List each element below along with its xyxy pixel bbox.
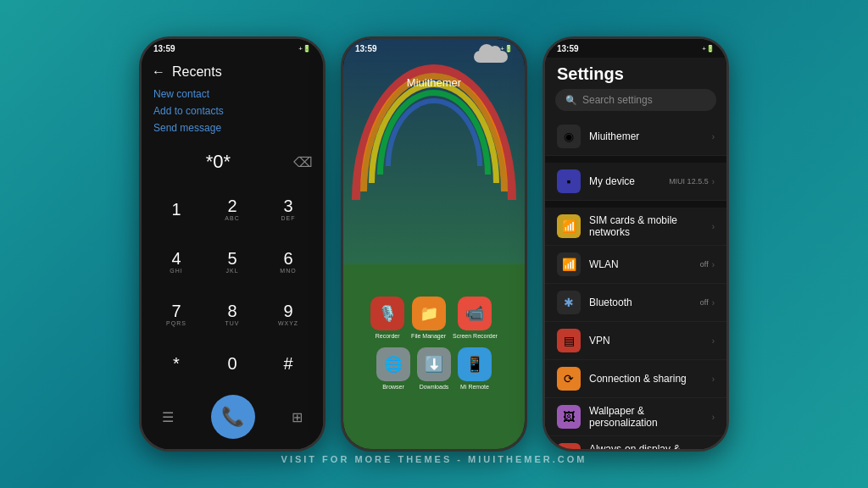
phone2-time: 13:59 [355, 44, 377, 53]
wlan-title: WLAN [589, 258, 692, 270]
call-button[interactable]: 📞 [211, 395, 255, 439]
delete-icon[interactable]: ⌫ [293, 154, 313, 170]
dialer-keypad: 1 2ABC 3DEF 4GHI 5JKL 6MNO 7PQRS 8TUV 9W… [142, 180, 323, 390]
miuithemer-icon: ◉ [557, 125, 581, 148]
new-contact-link[interactable]: New contact [153, 88, 311, 100]
phone-settings: 13:59 +🔋 Settings 🔍 Search settings ◉ Mi [542, 36, 729, 452]
phone3-status-icons: +🔋 [702, 45, 715, 53]
connection-title: Connection & sharing [589, 373, 704, 385]
back-icon[interactable]: ← [152, 64, 165, 80]
vpn-icon: ▤ [557, 329, 581, 352]
phone2-battery-icon: +🔋 [500, 45, 513, 53]
phones-container: 13:59 +🔋 ← Recents New contact Add to co… [139, 36, 729, 452]
settings-item-lockscreen[interactable]: 🔒 Always-on display & Lock screen › [545, 436, 726, 449]
settings-item-vpn[interactable]: ▤ VPN › [545, 322, 726, 360]
chevron-icon: › [712, 132, 715, 141]
chevron-icon-8: › [712, 413, 715, 422]
settings-item-mydevice[interactable]: ▪ My device MIUI 12.5.5 › [545, 163, 726, 201]
key-7[interactable]: 7PQRS [148, 288, 204, 341]
recorder-icon: 🎙️ [370, 297, 404, 330]
settings-item-wallpaper[interactable]: 🖼 Wallpaper & personalization › [545, 398, 726, 436]
settings-item-bluetooth[interactable]: ✱ Bluetooth off › [545, 284, 726, 322]
phone3-status-bar: 13:59 +🔋 [545, 39, 726, 58]
key-5[interactable]: 5JKL [204, 236, 260, 288]
connection-text: Connection & sharing [589, 373, 704, 385]
settings-item-miuithemer[interactable]: ◉ Miuithemer › [545, 118, 726, 156]
phone2-status-bar: 13:59 +🔋 [343, 39, 525, 58]
phone1-content: ← Recents New contact Add to contacts Se… [142, 58, 323, 449]
key-6[interactable]: 6MNO [260, 236, 316, 288]
mydevice-text: My device [589, 175, 660, 187]
screen-recorder-icon: 📹 [458, 297, 492, 330]
add-contact-link[interactable]: Add to contacts [153, 105, 311, 117]
mi-remote-icon: 📱 [458, 347, 492, 381]
mi-remote-label: Mi Remote [460, 384, 489, 390]
lockscreen-text: Always-on display & Lock screen [589, 443, 704, 449]
phone1-screen: 13:59 +🔋 ← Recents New contact Add to co… [142, 39, 323, 449]
settings-title: Settings [545, 58, 726, 89]
search-placeholder: Search settings [582, 94, 653, 106]
settings-item-wlan[interactable]: 📶 WLAN off › [545, 246, 726, 284]
key-8[interactable]: 8TUV [204, 288, 260, 341]
phone3-screen: 13:59 +🔋 Settings 🔍 Search settings ◉ Mi [545, 39, 726, 449]
dialer-bottom: ☰ 📞 ⊞ [142, 390, 323, 449]
phone2-screen: 13:59 +🔋 Miuithemer [343, 39, 525, 449]
sim-title: SIM cards & mobile networks [589, 214, 704, 238]
dialpad-icon[interactable]: ☰ [162, 409, 174, 425]
connection-right: › [712, 374, 715, 384]
key-2[interactable]: 2ABC [204, 183, 260, 236]
settings-list: ◉ Miuithemer › ▪ My device [545, 118, 726, 449]
app-downloads[interactable]: ⬇️ Downloads [417, 347, 451, 390]
settings-item-connection[interactable]: ⟳ Connection & sharing › [545, 360, 726, 398]
grid-icon[interactable]: ⊞ [292, 409, 303, 425]
bluetooth-text: Bluetooth [589, 297, 692, 308]
watermark: VISIT FOR MORE THEMES - MIUITHEMER.COM [281, 454, 587, 464]
sim-icon: 📶 [557, 214, 581, 238]
home-apps-row1: 🎙️ Recorder 📁 File Manager 📹 Screen Reco… [343, 297, 525, 339]
connection-icon: ⟳ [557, 367, 581, 391]
key-0[interactable]: 0 [204, 341, 260, 386]
vpn-text: VPN [589, 335, 704, 347]
chevron-icon-5: › [712, 298, 715, 308]
separator-2 [545, 201, 726, 208]
key-star[interactable]: * [148, 341, 204, 386]
key-hash[interactable]: # [260, 341, 316, 386]
mydevice-icon: ▪ [557, 169, 581, 193]
sim-text: SIM cards & mobile networks [589, 214, 704, 238]
chevron-icon-3: › [712, 222, 715, 231]
dialer-number-row: *0* ⌫ [142, 139, 323, 180]
key-3[interactable]: 3DEF [260, 183, 316, 236]
key-1[interactable]: 1 [148, 183, 204, 236]
phone1-status-bar: 13:59 +🔋 [142, 39, 323, 58]
screen-recorder-label: Screen Recorder [453, 333, 498, 339]
send-message-link[interactable]: Send message [153, 122, 311, 134]
miuithemer-title: Miuithemer [589, 130, 704, 142]
mydevice-title: My device [589, 175, 660, 187]
app-file-manager[interactable]: 📁 File Manager [411, 297, 446, 339]
app-browser[interactable]: 🌐 Browser [376, 347, 410, 390]
key-9[interactable]: 9WXYZ [260, 288, 316, 341]
app-recorder[interactable]: 🎙️ Recorder [370, 297, 404, 339]
key-4[interactable]: 4GHI [148, 236, 204, 288]
mydevice-right: MIUI 12.5.5 › [669, 177, 715, 186]
bluetooth-title: Bluetooth [589, 297, 692, 308]
chevron-icon-7: › [712, 374, 715, 384]
home-apps-row2: 🌐 Browser ⬇️ Downloads 📱 Mi Remote [343, 347, 525, 390]
phone1-battery-icon: +🔋 [298, 45, 311, 53]
wlan-right: off › [700, 260, 715, 269]
settings-item-sim[interactable]: 📶 SIM cards & mobile networks › [545, 208, 726, 246]
app-mi-remote[interactable]: 📱 Mi Remote [458, 347, 492, 390]
file-manager-icon: 📁 [412, 297, 446, 330]
downloads-label: Downloads [420, 384, 449, 390]
chevron-icon-4: › [712, 260, 715, 269]
settings-search-bar[interactable]: 🔍 Search settings [555, 89, 716, 111]
lockscreen-icon: 🔒 [557, 443, 581, 449]
miui-version: MIUI 12.5.5 [669, 177, 709, 186]
wallpaper-text: Wallpaper & personalization [589, 405, 704, 429]
phone2-status-icons: +🔋 [500, 45, 513, 53]
wallpaper-right: › [712, 413, 715, 422]
bluetooth-icon: ✱ [557, 291, 581, 314]
recorder-label: Recorder [376, 333, 400, 339]
app-screen-recorder[interactable]: 📹 Screen Recorder [453, 297, 498, 339]
vpn-right: › [712, 336, 715, 346]
